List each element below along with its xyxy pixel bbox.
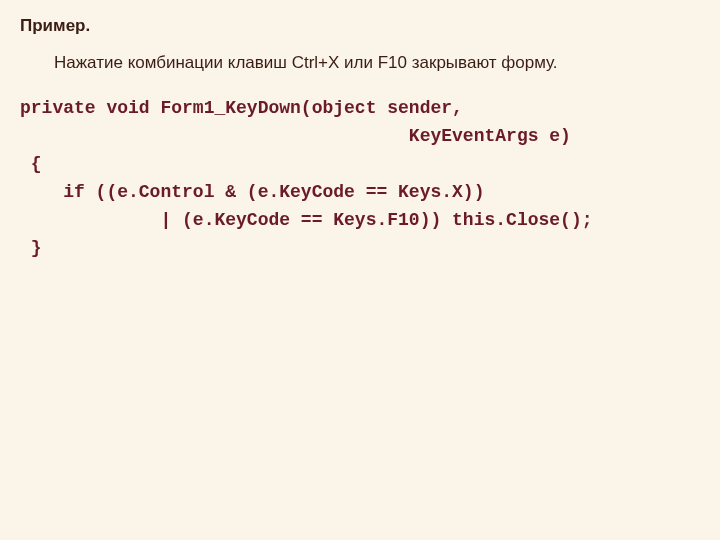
code-block: private void Form1_KeyDown(object sender…: [20, 95, 700, 262]
description-paragraph: Нажатие комбинации клавиш Ctrl+X или F10…: [20, 51, 700, 76]
page-content: Пример. Нажатие комбинации клавиш Ctrl+X…: [0, 0, 720, 277]
example-heading: Пример.: [20, 14, 700, 39]
